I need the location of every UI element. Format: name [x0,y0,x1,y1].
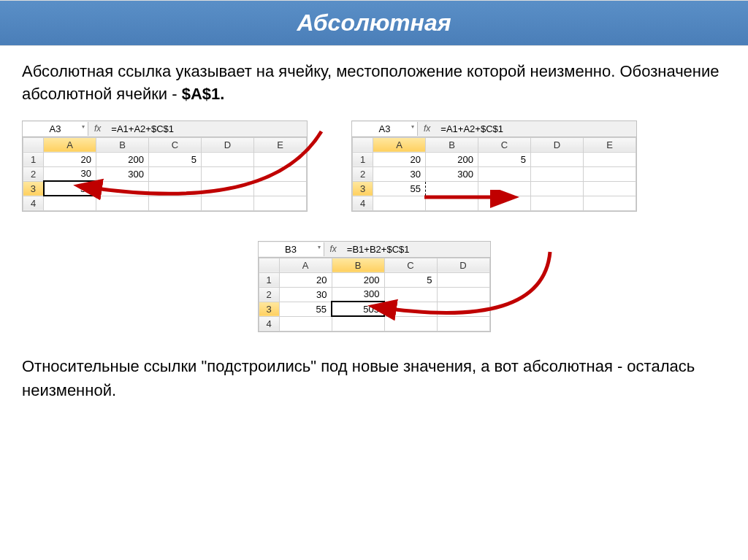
cell[interactable]: 30 [279,287,332,302]
row-header[interactable]: 2 [23,166,44,181]
row-header[interactable]: 1 [23,152,44,166]
cell[interactable] [202,181,254,196]
cell[interactable]: 20 [44,152,96,166]
fx-icon[interactable]: fx [418,123,436,134]
cell[interactable] [202,196,254,210]
cell[interactable] [531,181,584,196]
cell[interactable] [437,302,489,316]
row-header[interactable]: 2 [259,287,279,302]
cell[interactable] [478,181,531,196]
col-header[interactable]: D [437,258,489,272]
col-header[interactable]: C [478,137,531,152]
cell[interactable]: 200 [96,152,149,166]
selected-cell[interactable]: 505 [332,302,384,316]
row-header[interactable]: 3 [353,181,373,196]
cell[interactable] [437,287,489,302]
row-header[interactable]: 2 [353,166,373,181]
cell[interactable] [202,166,254,181]
cell[interactable] [384,316,437,331]
col-header[interactable]: B [426,137,478,152]
cell[interactable] [584,166,636,181]
row-header[interactable]: 1 [259,272,279,287]
row-header[interactable]: 3 [23,181,44,196]
col-header[interactable]: B [96,137,149,152]
cell[interactable] [437,272,489,287]
cell[interactable] [584,196,636,210]
cell[interactable]: 30 [373,166,426,181]
col-header[interactable]: E [254,137,307,152]
cell[interactable] [202,152,254,166]
cell[interactable] [584,152,636,166]
intro-bold: $A$1. [182,85,225,103]
cell[interactable] [437,316,489,331]
cell[interactable] [531,166,584,181]
grid-1[interactable]: A B C D E 1 20 200 5 2 [23,137,307,211]
cell[interactable]: 5 [149,152,202,166]
cell[interactable] [254,166,307,181]
row-header[interactable]: 4 [353,196,373,210]
col-header[interactable]: C [149,137,202,152]
cell[interactable] [531,196,584,210]
cell[interactable]: 5 [478,152,531,166]
grid-3[interactable]: A B C D 1 20 200 5 2 30 [259,258,490,331]
cell[interactable] [44,196,96,210]
cell[interactable] [426,196,478,210]
col-header[interactable]: A [279,258,332,272]
fx-icon[interactable]: fx [88,123,107,134]
cell[interactable] [426,181,478,196]
col-header[interactable]: D [531,137,584,152]
cell[interactable]: 300 [332,287,384,302]
fx-icon[interactable]: fx [324,244,343,254]
cell[interactable]: 20 [279,272,332,287]
cell[interactable] [279,316,332,331]
cell[interactable] [96,181,149,196]
name-box-2[interactable]: A3 [352,122,418,136]
cell[interactable] [149,196,202,210]
formula-text-2[interactable]: =A1+A2+$C$1 [436,122,636,136]
col-header[interactable]: A [44,137,96,152]
cell[interactable] [254,196,307,210]
cell[interactable] [531,152,584,166]
selected-cell[interactable]: 55 [373,181,426,196]
cell[interactable] [254,152,307,166]
cell[interactable]: 300 [96,166,149,181]
cell[interactable]: 5 [384,272,437,287]
cell[interactable] [384,287,437,302]
excel-sheet-1: A3 fx =A1+A2+$C$1 A B C D E [22,120,308,212]
col-header[interactable]: D [202,137,254,152]
name-box-1[interactable]: A3 [23,122,88,136]
row-header[interactable]: 3 [259,302,279,316]
cell[interactable] [96,196,149,210]
cell[interactable]: 200 [426,152,478,166]
cell[interactable]: 200 [332,272,384,287]
cell[interactable] [149,166,202,181]
cell[interactable]: 55 [279,302,332,316]
slide-content: Абсолютная ссылка указывает на ячейку, м… [0,46,748,417]
cell[interactable] [478,166,531,181]
cell[interactable] [332,316,384,331]
row-header[interactable]: 4 [23,196,44,210]
cell[interactable]: 30 [44,166,96,181]
cell[interactable] [254,181,307,196]
formula-text-1[interactable]: =A1+A2+$C$1 [107,122,307,136]
cell[interactable] [478,196,531,210]
formula-text-3[interactable]: =B1+B2+$C$1 [343,242,490,256]
col-header[interactable]: B [332,258,384,272]
excel-sheet-2: A3 fx =A1+A2+$C$1 A B C D E [351,120,637,212]
intro-text: Абсолютная ссылка указывает на ячейку, м… [22,62,720,103]
col-header[interactable]: E [584,137,636,152]
cell[interactable] [373,196,426,210]
cell[interactable]: 20 [373,152,426,166]
col-header[interactable]: C [384,258,437,272]
name-box-3[interactable]: B3 [259,242,324,256]
selected-cell[interactable]: 55 [44,181,96,196]
row-header[interactable]: 1 [353,152,373,166]
grid-2[interactable]: A B C D E 1 20 200 5 2 [352,137,636,211]
cell[interactable] [149,181,202,196]
row-header[interactable]: 4 [259,316,279,331]
col-header[interactable]: A [373,137,426,152]
cell[interactable] [584,181,636,196]
cell[interactable]: 300 [426,166,478,181]
formula-bar-3: B3 fx =B1+B2+$C$1 [259,242,490,258]
cell[interactable] [384,302,437,316]
